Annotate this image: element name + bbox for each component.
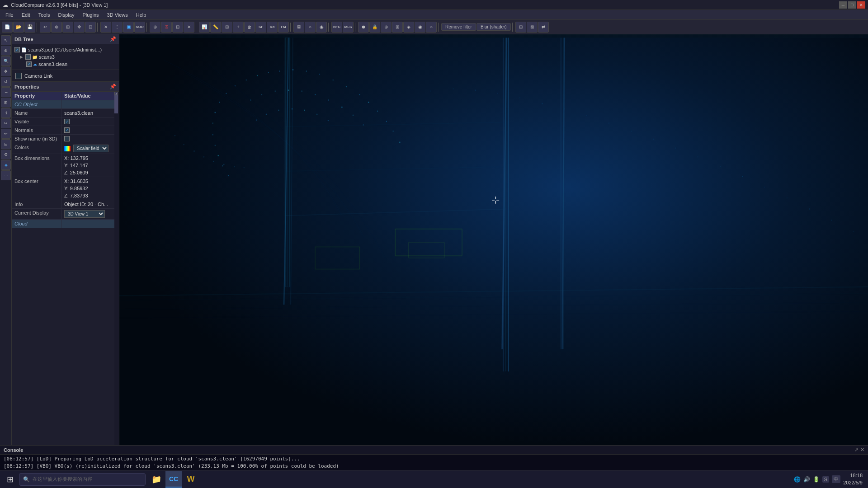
console-detach[interactable]: ↗ [854,447,859,453]
prop-val-colors[interactable]: Scalar field RGB None [61,143,114,154]
scroll-up-arrow[interactable]: ▲ [114,92,118,95]
display-dropdown[interactable]: 3D View 1 [64,210,105,218]
tb-zoom[interactable]: ⊕ [51,22,62,33]
tool-dots[interactable]: ⋯ [1,170,11,180]
tree-checkbox-scans3pcd[interactable] [14,47,20,52]
tb-zoom-fit[interactable]: ⊞ [62,22,73,33]
tray-battery[interactable]: 🔋 [813,476,820,483]
tool-segment[interactable]: ✂ [1,118,11,128]
tb-clip[interactable]: ⊟ [172,22,183,33]
tb-sf[interactable]: SF [255,22,266,33]
taskbar-app-explorer[interactable]: 📁 [148,471,165,488]
tb-select[interactable]: ⊡ [85,22,96,33]
start-button[interactable]: ⊞ [2,471,18,488]
tree-item-scans3pcd[interactable]: 📄 scans3.pcd (C:/Users/Administ...) [14,46,117,53]
remove-filter-button[interactable]: Remove filter [441,23,476,31]
blur-shader-button[interactable]: Blur (shader) [476,23,511,31]
tb-nc[interactable]: N+C [331,22,342,33]
tb-more2[interactable]: ⊞ [392,22,403,33]
tb-view-b[interactable]: ⊠ [527,22,538,33]
tool-pan[interactable]: ✥ [1,66,11,76]
tb-palette[interactable]: ▣ [123,22,134,33]
tb-view1[interactable]: 🖥 [293,22,304,33]
tb-transform[interactable]: ✕ [184,22,194,33]
tb-lock[interactable]: 🔒 [369,22,380,33]
normals-checkbox[interactable]: ✓ [64,127,70,133]
taskbar-app-cc[interactable]: CC [165,471,182,488]
tb-save[interactable]: 💾 [24,22,35,33]
tb-arrows[interactable]: ⇄ [538,22,549,33]
tb-cross[interactable]: ✕ [100,22,111,33]
tb-ruler[interactable]: 📏 [210,22,221,33]
tb-open[interactable]: 📂 [13,22,24,33]
tray-ime-s[interactable]: S [822,476,829,483]
colors-dropdown[interactable]: Scalar field RGB None [73,145,108,152]
scroll-track[interactable] [114,95,119,466]
tb-more5[interactable]: ○ [426,22,437,33]
tray-network[interactable]: 🌐 [794,476,801,483]
camera-link-checkbox[interactable] [15,73,22,79]
tree-item-scans3[interactable]: ▶ 📁 scans3 [14,53,117,61]
menu-plugins[interactable]: Plugins [79,11,102,19]
tray-ime-zh[interactable]: 中 [832,475,840,483]
console-close[interactable]: ✕ [860,447,864,453]
tb-add[interactable]: + [233,22,244,33]
tb-pick[interactable]: ⊕ [150,22,160,33]
tree-checkbox-clean[interactable] [26,61,32,67]
menu-file[interactable]: File [2,11,17,19]
tb-del[interactable]: 🗑 [244,22,255,33]
menu-edit[interactable]: Edit [18,11,34,19]
tb-earth[interactable]: ◉ [316,22,327,33]
prop-val-showname[interactable] [61,135,114,143]
minimize-button[interactable]: ─ [839,1,847,9]
menu-display[interactable]: Display [54,11,78,19]
tb-more4[interactable]: ◉ [415,22,425,33]
prop-val-visible[interactable]: ✓ [61,117,114,126]
tool-measure[interactable]: ⊞ [1,98,11,108]
tool-zoom[interactable]: 🔍 [1,56,11,66]
tb-more1[interactable]: ⊕ [381,22,392,33]
tb-new[interactable]: 📄 [2,22,13,33]
tb-measure[interactable]: ⊞ [222,22,232,33]
taskbar-clock[interactable]: 18:18 2022/5/9 [843,472,863,486]
tb-move[interactable]: ✥ [74,22,85,33]
prop-val-normals[interactable]: ✓ [61,126,114,134]
prop-val-display[interactable]: 3D View 1 [61,209,114,219]
tool-layers[interactable]: ⊟ [1,139,11,149]
tb-view-a[interactable]: ⊟ [515,22,526,33]
scroll-thumb[interactable] [114,95,118,113]
tb-sor[interactable]: SOR [134,22,145,33]
tool-settings[interactable]: ⚙ [1,150,11,160]
tray-volume[interactable]: 🔊 [803,476,810,483]
tb-filter[interactable]: ⋮ [112,22,123,33]
properties-pin[interactable]: 📌 [110,84,116,89]
tb-undo[interactable]: ↩ [40,22,51,33]
tool-line[interactable]: ━ [1,87,11,97]
maximize-button[interactable]: □ [848,1,856,9]
tool-pick[interactable]: ⊕ [1,46,11,56]
viewport-3d[interactable]: 5 [119,34,868,470]
menu-help[interactable]: Help [132,11,150,19]
tool-color[interactable]: ◈ [1,160,11,170]
tb-segment[interactable]: ⧖ [161,22,172,33]
tree-item-scans3clean[interactable]: ☁ scans3.clean [14,61,117,68]
tool-info[interactable]: ℹ [1,108,11,118]
tb-chart[interactable]: 📊 [199,22,210,33]
close-button[interactable]: ✕ [857,1,865,9]
tree-checkbox-scans3[interactable] [25,54,31,60]
properties-scrollbar[interactable]: ▲ ▼ [114,92,119,470]
taskbar-app-w[interactable]: W [183,471,199,488]
tb-fm[interactable]: FM [278,22,289,33]
taskbar-search[interactable]: 🔍 在这里输入你要搜索的内容 [19,473,146,486]
tool-rotate[interactable]: ↺ [1,77,11,87]
db-tree-content[interactable]: 📄 scans3.pcd (C:/Users/Administ...) ▶ 📁 … [12,44,119,70]
tool-arrow[interactable]: ↖ [1,35,11,45]
tool-edit[interactable]: ✏ [1,129,11,139]
menu-tools[interactable]: Tools [35,11,54,19]
db-tree-pin[interactable]: 📌 [110,36,116,42]
tb-record[interactable]: ⏺ [358,22,369,33]
tb-kd[interactable]: Kd [267,22,278,33]
visible-checkbox[interactable]: ✓ [64,119,70,124]
showname-checkbox[interactable] [64,136,70,141]
tb-more3[interactable]: ◈ [403,22,414,33]
